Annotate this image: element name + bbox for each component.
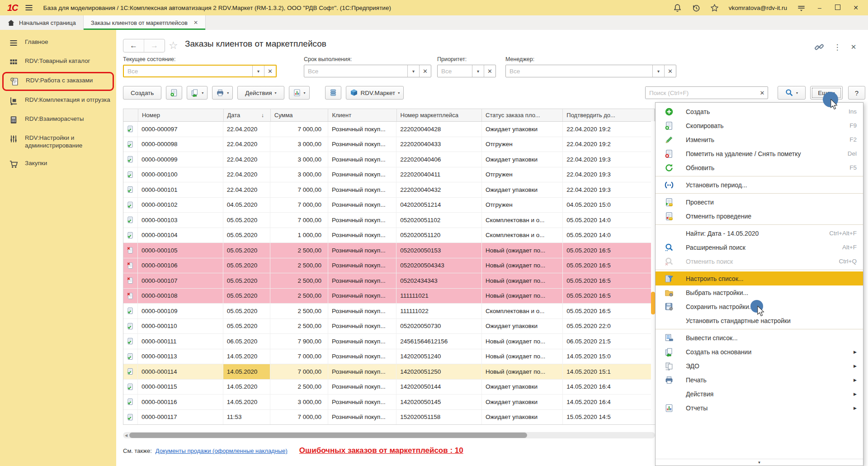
tab-close-icon[interactable]: ✕ [193, 19, 198, 26]
tab-orders[interactable]: Заказы клиентов от маркетплейсов ✕ [83, 15, 206, 30]
cell-client[interactable]: Розничный покуп... [328, 319, 396, 334]
help-button[interactable]: ? [848, 86, 865, 100]
cell-marketplace-number[interactable]: 222020040433 [396, 137, 482, 152]
cell-sum[interactable]: 7 000,00 [270, 198, 328, 213]
cell-number[interactable]: 0000-000116 [138, 395, 223, 409]
cell-client[interactable]: Розничный покуп... [328, 304, 396, 319]
cell-confirm-by[interactable]: 14.05.2020 16:4 [563, 395, 655, 409]
cell-confirm-by[interactable]: 14.05.2020 15:1 [563, 364, 655, 379]
row-status-cell[interactable] [123, 304, 138, 319]
cell-client[interactable]: Розничный покуп... [328, 122, 396, 137]
create-based-button[interactable]: ▾ [187, 86, 208, 100]
menu-item-copy[interactable]: СкопироватьF9 [656, 119, 863, 133]
row-status-cell[interactable] [123, 198, 138, 213]
cell-date[interactable]: 22.04.2020 [223, 152, 270, 167]
cell-marketplace-number[interactable]: 052020051120 [396, 228, 482, 243]
cell-marketplace-number[interactable]: 142020050144 [396, 380, 482, 395]
cell-client[interactable]: Розничный покуп... [328, 258, 396, 273]
sidebar-item-7[interactable]: Закупки [0, 155, 116, 174]
cell-status[interactable]: Новый (ожидает по... [482, 349, 563, 364]
cell-sum[interactable]: 2 500,00 [270, 243, 328, 258]
cell-marketplace-number[interactable]: 152020051158 [396, 410, 482, 425]
cell-date[interactable]: 22.04.2020 [223, 122, 270, 137]
cell-client[interactable]: Розничный покуп... [328, 152, 396, 167]
cell-number[interactable]: 0000-000101 [138, 182, 223, 197]
cell-number[interactable]: 0000-000114 [138, 364, 223, 379]
horizontal-scrollbar[interactable]: ◀ [123, 432, 655, 438]
cell-status[interactable]: Ожидает упаковки [482, 152, 563, 167]
cell-sum[interactable]: 2 500,00 [270, 273, 328, 288]
cell-date[interactable]: 05.05.2020 [223, 289, 270, 304]
filter-clear-icon[interactable]: ✕ [419, 65, 431, 77]
table-row[interactable]: 0000-00010905.05.20202 500,00Розничный п… [123, 304, 655, 319]
cell-number[interactable]: 0000-000106 [138, 258, 223, 273]
cell-status[interactable]: Ожидает упаковки [482, 319, 563, 334]
sidebar-item-2[interactable]: RDV:Товарный каталог [0, 52, 116, 71]
cell-date[interactable]: 04.05.2020 [223, 198, 270, 213]
cell-date[interactable]: 05.05.2020 [223, 304, 270, 319]
reports-button[interactable]: ▾ [289, 86, 310, 100]
filter-dropdown-icon[interactable]: ▾ [252, 66, 264, 76]
cell-status[interactable]: Новый (ожидает по... [482, 364, 563, 379]
horizontal-scrollbar-thumb[interactable] [129, 433, 527, 438]
table-row[interactable]: 0000-00009922.04.20203 000,00Розничный п… [123, 152, 655, 167]
cell-status[interactable]: Новый (ожидает по... [482, 289, 563, 304]
close-window-button[interactable]: ✕ [852, 4, 860, 11]
cell-sum[interactable]: 7 000,00 [270, 349, 328, 364]
cell-sum[interactable]: 1 000,00 [270, 228, 328, 243]
cell-status[interactable]: Ожидает упаковки [482, 380, 563, 395]
row-status-cell[interactable] [123, 122, 138, 137]
cell-number[interactable]: 0000-000103 [138, 213, 223, 228]
column-header-icon[interactable] [123, 109, 138, 121]
get-link-icon[interactable] [814, 42, 824, 52]
menu-scroll-down-icon[interactable]: ▼ [656, 459, 863, 466]
create-button[interactable]: Создать [123, 86, 161, 100]
column-header-4[interactable]: Клиент [328, 109, 396, 121]
menu-item-configure-list[interactable]: Настроить список... [656, 271, 863, 285]
table-row[interactable]: 0000-00011106.05.20207 900,00Розничный п… [123, 334, 655, 349]
vertical-scrollbar[interactable] [651, 121, 655, 424]
scroll-left-arrow-icon[interactable]: ◀ [123, 433, 129, 437]
cell-client[interactable]: Розничный покуп... [328, 380, 396, 395]
cell-client[interactable]: Розничный покуп... [328, 289, 396, 304]
cell-number[interactable]: 0000-000108 [138, 289, 223, 304]
cell-marketplace-number[interactable]: 111111022 [396, 304, 482, 319]
filter-dropdown-icon[interactable]: ▾ [652, 65, 664, 77]
cell-client[interactable]: Розничный покуп... [328, 198, 396, 213]
table-row[interactable]: 0000-00010122.04.20207 000,00Розничный п… [123, 182, 655, 198]
cell-confirm-by[interactable]: 05.05.2020 16:5 [563, 304, 655, 319]
history-icon[interactable] [692, 4, 700, 12]
search-button[interactable]: ▾ [778, 86, 806, 100]
cell-number[interactable]: 0000-000115 [138, 380, 223, 395]
row-status-cell[interactable] [123, 228, 138, 243]
cell-status[interactable]: Отгружен [482, 137, 563, 152]
cell-confirm-by[interactable]: 22.04.2020 19:3 [563, 152, 655, 167]
row-status-cell[interactable] [123, 182, 138, 197]
menu-item-print[interactable]: Печать▶ [656, 373, 863, 387]
table-row[interactable]: 0000-00010705.05.20202 500,00Розничный п… [123, 273, 655, 289]
cell-sum[interactable]: 2 500,00 [270, 289, 328, 304]
filter-input[interactable] [506, 65, 652, 77]
search-clear-icon[interactable]: ✕ [757, 87, 768, 99]
cell-sum[interactable]: 7 000,00 [270, 122, 328, 137]
cell-number[interactable]: 0000-000098 [138, 137, 223, 152]
table-row[interactable]: 0000-00010505.05.20202 500,00Розничный п… [123, 243, 655, 258]
column-header-1[interactable]: Номер [138, 109, 224, 121]
cell-confirm-by[interactable]: 14.05.2020 15:0 [563, 349, 655, 364]
cell-number[interactable]: 0000-000099 [138, 152, 223, 167]
cell-marketplace-number[interactable]: 052020050153 [396, 243, 482, 258]
row-status-cell[interactable] [123, 243, 138, 258]
cell-date[interactable]: 22.04.2020 [223, 137, 270, 152]
cell-status[interactable]: Новый (ожидает по... [482, 258, 563, 273]
cell-number[interactable]: 0000-000111 [138, 334, 223, 349]
row-status-cell[interactable] [123, 334, 138, 349]
cell-date[interactable]: 14.05.2020 [223, 364, 270, 379]
cell-client[interactable]: Розничный покуп... [328, 137, 396, 152]
row-status-cell[interactable] [123, 410, 138, 425]
cell-sum[interactable]: 2 500,00 [270, 319, 328, 334]
service-menu-icon[interactable] [797, 4, 806, 12]
cell-marketplace-number[interactable]: 24561564612156 [396, 334, 482, 349]
cell-date[interactable]: 06.05.2020 [223, 334, 270, 349]
filter-clear-icon[interactable]: ✕ [264, 66, 276, 76]
cell-confirm-by[interactable]: 05.05.2020 16:5 [563, 273, 655, 288]
